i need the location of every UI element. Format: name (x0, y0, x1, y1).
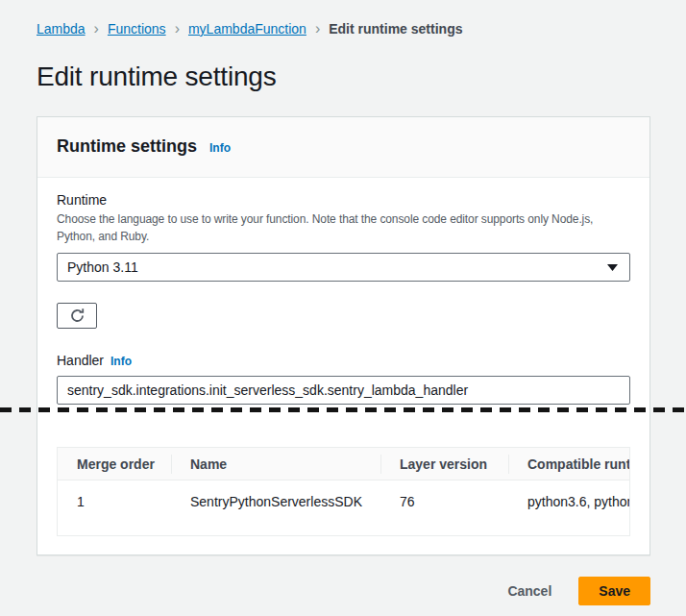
refresh-runtimes-button[interactable] (57, 303, 97, 329)
refresh-icon (69, 308, 86, 324)
cancel-button[interactable]: Cancel (503, 578, 555, 604)
runtime-settings-info-link[interactable]: Info (209, 141, 231, 155)
breadcrumb-functions[interactable]: Functions (108, 21, 166, 37)
column-header-layer-version: Layer version (380, 448, 508, 480)
handler-input[interactable] (57, 376, 630, 405)
screenshot-cut-dashed-line (0, 407, 686, 412)
breadcrumb-mylambdafunction[interactable]: myLambdaFunction (188, 21, 306, 37)
column-header-merge-order: Merge order (58, 448, 171, 480)
handler-info-link[interactable]: Info (110, 355, 132, 368)
handler-label-row: Handler Info (57, 352, 630, 369)
cell-compatible-runtimes: python3.6, python (508, 480, 629, 523)
breadcrumb-current: Edit runtime settings (329, 21, 462, 37)
caret-down-icon (607, 264, 618, 271)
chevron-right-icon: › (94, 22, 99, 36)
page-title: Edit runtime settings (37, 62, 650, 92)
edit-runtime-settings-page: Lambda › Functions › myLambdaFunction › … (0, 0, 686, 616)
save-button[interactable]: Save (578, 577, 650, 605)
chevron-right-icon: › (175, 22, 180, 36)
column-header-compatible-runtimes: Compatible runtimes (508, 448, 629, 480)
runtime-label: Runtime (57, 191, 630, 209)
cell-layer-version: 76 (380, 480, 508, 523)
footer-actions: Cancel Save (37, 577, 650, 605)
column-header-name: Name (171, 448, 380, 480)
runtime-description-line2: Python, and Ruby. (57, 228, 630, 245)
runtime-description-line1: Choose the language to use to write your… (57, 210, 630, 228)
runtime-description: Choose the language to use to write your… (57, 210, 630, 245)
layers-table: Merge order Name Layer version Compatibl… (57, 447, 630, 536)
card-title: Runtime settings (57, 136, 197, 157)
cell-merge-order: 1 (58, 480, 171, 523)
breadcrumb: Lambda › Functions › myLambdaFunction › … (37, 21, 650, 37)
table-row: 1 SentryPythonServerlessSDK 76 python3.6… (58, 480, 629, 523)
runtime-select-value: Python 3.11 (67, 259, 138, 275)
card-header: Runtime settings Info (37, 117, 649, 178)
chevron-right-icon: › (315, 22, 320, 36)
runtime-settings-card: Runtime settings Info Runtime Choose the… (37, 116, 650, 555)
handler-label: Handler (57, 352, 104, 369)
runtime-select[interactable]: Python 3.11 (57, 253, 630, 282)
table-bottom-spacer (58, 523, 629, 535)
card-body: Runtime Choose the language to use to wr… (37, 178, 649, 554)
breadcrumb-lambda[interactable]: Lambda (37, 21, 86, 37)
cell-name: SentryPythonServerlessSDK (171, 480, 380, 523)
layers-table-header: Merge order Name Layer version Compatibl… (58, 448, 629, 480)
